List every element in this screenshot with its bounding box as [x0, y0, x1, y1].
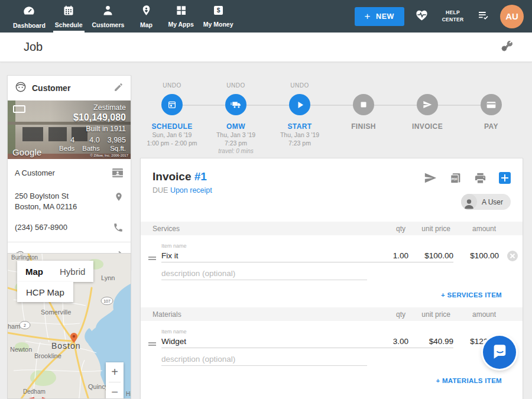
due-terms-link[interactable]: Upon receipt: [170, 186, 212, 194]
svg-text:Lynn: Lynn: [101, 274, 115, 281]
page-header: Job: [0, 33, 532, 62]
drag-handle[interactable]: [148, 342, 156, 346]
nav-item-customers[interactable]: Customers: [87, 0, 129, 33]
dollar-icon: $: [213, 5, 224, 18]
streetview-icon[interactable]: [13, 105, 25, 113]
job-timeline: UNDO SCHEDULE Sun, Jan 6 '19 1:00 pm - 2…: [140, 62, 523, 158]
invoice-send-icon[interactable]: [417, 94, 438, 115]
built-year: Built in 1911: [86, 125, 126, 133]
zoom-out-button[interactable]: −: [106, 382, 124, 399]
material-item-name-input[interactable]: [161, 335, 367, 348]
app-window: Dashboard Schedule Customers Map My Apps…: [0, 0, 532, 399]
undo-link[interactable]: UNDO: [163, 82, 181, 90]
phone-icon[interactable]: [113, 222, 124, 235]
zestimate-value: $10,149,080: [73, 112, 126, 123]
customer-name-row: A Customer: [15, 163, 124, 186]
nav-item-my-money[interactable]: $ My Money: [199, 0, 238, 33]
top-nav: Dashboard Schedule Customers Map My Apps…: [0, 0, 532, 33]
send-invoice-icon[interactable]: [424, 171, 437, 184]
customer-address-row: 250 Boylston St Boston, MA 02116: [15, 186, 124, 217]
finish-stop-icon[interactable]: [353, 94, 374, 115]
material-unit-price-input[interactable]: [408, 335, 453, 348]
material-item-row: Item name $122.97: [141, 321, 523, 348]
add-materials-item-link[interactable]: + MATERIALS ITEM: [141, 366, 523, 393]
material-qty-input[interactable]: [367, 335, 408, 348]
baths-stat: 4.0 Baths: [82, 136, 99, 153]
map-card: 93 2 107 Burlington Lynn Somerville ham …: [7, 253, 131, 399]
timeline-step-start: UNDO START Thu, Jan 3 '19 7:23 pm: [268, 62, 332, 155]
add-invoice-icon[interactable]: [499, 172, 511, 184]
services-section-header: Services qty unit price amount: [141, 222, 523, 235]
zillow-copyright: © Zillow, Inc. 2006-2017: [90, 154, 128, 157]
apps-grid-icon: [176, 5, 187, 18]
omw-truck-icon[interactable]: [225, 94, 246, 115]
nav-label: Schedule: [55, 21, 83, 28]
service-item-name-input[interactable]: [161, 249, 367, 262]
zoom-in-button[interactable]: +: [106, 362, 124, 382]
list-check-icon[interactable]: [476, 9, 490, 24]
service-qty-input[interactable]: [367, 249, 408, 262]
timeline-connector: [172, 105, 491, 106]
person-icon: [102, 4, 114, 19]
svg-text:Brookline: Brookline: [34, 352, 61, 359]
nav-item-my-apps[interactable]: My Apps: [163, 0, 198, 33]
plus-icon: +: [365, 11, 371, 22]
remove-item-icon[interactable]: [507, 251, 518, 261]
svg-text:Somerville: Somerville: [41, 309, 71, 316]
assigned-user-chip[interactable]: A User: [461, 194, 511, 210]
new-button[interactable]: + NEW: [355, 7, 405, 26]
road-shield-107: 107: [101, 297, 113, 305]
user-avatar[interactable]: AU: [500, 5, 524, 28]
location-pin-icon[interactable]: [114, 191, 124, 205]
nav-item-dashboard[interactable]: Dashboard: [8, 0, 50, 33]
customer-details: A Customer 250 Boylston St Boston, MA 02…: [8, 159, 131, 242]
chat-bubble-icon: [491, 342, 508, 362]
customer-face-icon: [15, 81, 27, 95]
timeline-step-invoice: INVOICE: [395, 62, 459, 155]
services-label: Services: [141, 225, 364, 233]
calendar-icon: [63, 5, 74, 19]
map-type-hybrid-button[interactable]: Hybrid: [51, 261, 93, 282]
print-icon[interactable]: [474, 173, 486, 184]
contact-card-icon[interactable]: [112, 168, 124, 180]
schedule-step-icon[interactable]: [161, 94, 183, 115]
hcp-map-button[interactable]: HCP Map: [17, 282, 73, 302]
pay-card-icon[interactable]: [481, 94, 502, 115]
help-center-link[interactable]: HELP CENTER: [439, 9, 466, 22]
property-photo: Zestimate $10,149,080 Built in 1911 4 Be…: [8, 100, 131, 159]
customer-card: Customer Zestimate $10,149,080 Built in …: [7, 75, 131, 270]
map-type-map-button[interactable]: Map: [17, 261, 51, 282]
drag-handle[interactable]: [148, 257, 156, 260]
job-settings-icon[interactable]: [499, 39, 514, 56]
add-services-item-link[interactable]: + SERVICES ITEM: [141, 280, 523, 307]
heart-pulse-icon[interactable]: [414, 8, 429, 24]
start-play-icon[interactable]: [289, 94, 310, 115]
svg-text:$: $: [216, 7, 220, 14]
invoice-number[interactable]: #1: [194, 170, 207, 183]
undo-link[interactable]: UNDO: [290, 82, 309, 90]
customer-phone-row: (234) 567-8900: [15, 217, 124, 241]
chat-launcher-button[interactable]: [483, 336, 516, 369]
service-description-row: [141, 262, 523, 280]
nav-item-schedule[interactable]: Schedule: [50, 0, 87, 33]
item-name-label: Item name: [161, 327, 367, 335]
service-unit-price-input[interactable]: [408, 249, 453, 262]
sqft-stat: 3,985 Sq.ft.: [108, 136, 126, 153]
map-zoom-control: + −: [106, 362, 124, 399]
map-pin-icon: [141, 4, 152, 19]
dashboard-icon: [22, 4, 35, 20]
customer-card-header: Customer: [8, 76, 131, 100]
invoice-due: DUE Upon receipt: [153, 186, 511, 194]
svg-text:107: 107: [103, 299, 111, 303]
service-description-input[interactable]: [161, 267, 367, 280]
customer-phone: (234) 567-8900: [15, 222, 67, 233]
material-description-input[interactable]: [161, 352, 367, 366]
materials-section-header: Materials qty unit price amount: [141, 307, 523, 321]
nav-label: Dashboard: [13, 22, 46, 29]
nav-item-map[interactable]: Map: [129, 0, 163, 33]
undo-link[interactable]: UNDO: [226, 82, 245, 90]
assigned-user-name: A User: [482, 198, 503, 206]
edit-pencil-icon[interactable]: [113, 82, 124, 95]
pdf-icon[interactable]: PDF: [449, 172, 462, 184]
invoice-actions: PDF: [424, 171, 511, 184]
